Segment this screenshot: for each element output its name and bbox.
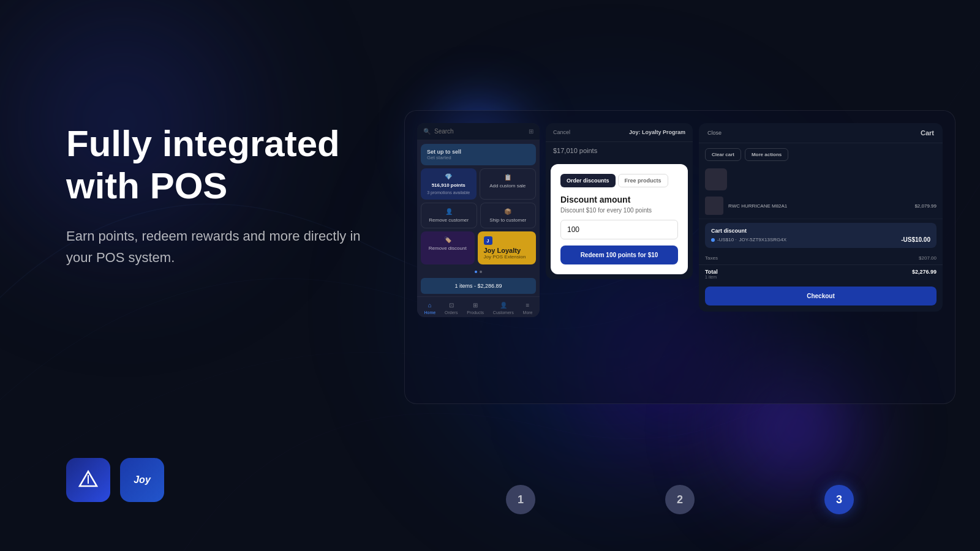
checkout-button[interactable]: Checkout [705,287,937,305]
search-input[interactable] [434,128,525,135]
ship-label: Ship to customer [489,217,526,223]
lp-title: Joy: Loyalty Program [629,129,685,135]
dot-2 [480,271,482,273]
points-row: 💎 516,910 points 3 promotions available … [421,168,536,200]
product-image [705,168,727,190]
customers-icon: 👤 [499,301,508,309]
joy-logo: Joy [120,458,164,502]
tab-free-products[interactable]: Free products [618,174,668,187]
remove-discount-icon: 🏷️ [444,236,451,243]
step-2: 2 [665,485,695,514]
cart-bar[interactable]: 1 items - $2,286.89 [421,278,536,294]
discount-title: Discount amount [560,195,678,204]
setup-sub: Get started [427,155,530,160]
clear-cart-button[interactable]: Clear cart [705,148,741,161]
total-sub: 1 item [705,275,718,279]
add-custom-label: Add custom sale [489,183,526,189]
joy-title: Joy Loyalty [484,247,530,254]
cart-item: RWC HURRICANE M82A1 $2,079.99 [699,193,943,219]
points-input[interactable] [560,220,678,239]
avada-icon [76,468,100,492]
discount-section-title: Cart discount [711,228,930,234]
cart-actions: Clear cart More actions [699,143,943,166]
sub-text: Earn points, redeem rewards and more dir… [66,225,385,268]
nav-customers[interactable]: 👤 Customers [493,301,514,315]
panel-pos: 🔍 ⊞ Set up to sell Get started 💎 516,910… [417,123,540,317]
taxes-row: Taxes $207.00 [699,252,943,264]
points-tile[interactable]: 💎 516,910 points 3 promotions available [421,168,477,200]
pos-nav: ⌂ Home ⊡ Orders ⊞ Products 👤 Customers ≡… [417,296,540,317]
step-3: 3 [824,485,854,514]
discount-dot [711,238,715,242]
points-icon: 💎 [445,173,452,180]
discount-amount: -US$10.00 [901,236,930,243]
nav-products[interactable]: ⊞ Products [467,301,484,315]
pos-tile-grid: Set up to sell Get started 💎 516,910 poi… [417,140,540,268]
discount-desc: Discount $10 for every 100 points [560,207,678,214]
cart-close[interactable]: Close [707,130,722,136]
taxes-value: $207.00 [919,255,937,261]
search-icon: 🔍 [423,128,431,135]
discount-tabs: Order discounts Free products [560,174,678,187]
ship-icon: 📦 [504,208,511,215]
remove-customer-icon: 👤 [445,208,453,215]
left-content: Fully integrated with POS Earn points, r… [66,122,385,268]
total-label-group: Total 1 item [705,269,718,279]
discount-label: -US$10 · [717,237,737,242]
nav-more[interactable]: ≡ More [523,301,533,315]
item-price: $2,079.99 [914,203,937,209]
more-actions-button[interactable]: More actions [745,148,788,161]
lp-points: $17,010 points [546,142,693,159]
home-icon: ⌂ [426,301,434,309]
dot-1 [475,271,477,273]
add-icon: 📋 [504,174,511,181]
discount-joy-row: 🏷️ Remove discount J Joy Loyalty Joy POS… [421,231,536,264]
cart-discount-section: Cart discount -US$10 · JOY-5ZT9X13SRG4X … [705,223,937,248]
add-custom-tile[interactable]: 📋 Add custom sale [480,168,537,200]
joy-logo-text: Joy [134,474,151,485]
lp-header: Cancel Joy: Loyalty Program [546,123,693,142]
ship-customer-tile[interactable]: 📦 Ship to customer [480,203,537,228]
discount-code: JOY-5ZT9X13SRG4X [739,237,787,242]
promo-label: 3 promotions available [427,190,470,195]
joy-pos-sub: Joy POS Extension [484,254,530,260]
product-row [699,166,943,193]
cancel-label[interactable]: Cancel [553,129,570,135]
step-indicators: 1 2 3 [404,485,956,514]
points-value: 516,910 points [432,182,466,188]
cart-header: Close Cart [699,123,943,143]
avada-logo [66,458,110,502]
remove-ship-row: 👤 Remove customer 📦 Ship to customer [421,203,536,228]
panel-loyalty: Cancel Joy: Loyalty Program $17,010 poin… [546,123,693,279]
redeem-button[interactable]: Redeem 100 points for $10 [560,246,678,264]
scan-icon: ⊞ [529,128,533,135]
panel-cart: Close Cart Clear cart More actions RWC H… [699,123,943,312]
main-heading: Fully integrated with POS [66,122,385,207]
more-icon: ≡ [524,301,532,309]
products-icon: ⊞ [471,301,480,309]
total-label: Total [705,269,718,275]
total-value: $2,276.99 [912,269,937,279]
taxes-label: Taxes [705,255,718,261]
remove-customer-tile[interactable]: 👤 Remove customer [421,203,477,228]
orders-icon: ⊡ [447,301,456,309]
remove-discount-tile[interactable]: 🏷️ Remove discount [421,231,475,264]
discount-badge: -US$10 · JOY-5ZT9X13SRG4X [711,237,786,242]
discount-modal: Order discounts Free products Discount a… [551,164,688,274]
remove-discount-label: Remove discount [429,246,467,251]
item-name: RWC HURRICANE M82A1 [728,203,910,209]
discount-details: -US$10 · JOY-5ZT9X13SRG4X -US$10.00 [711,236,930,243]
nav-home[interactable]: ⌂ Home [424,301,435,315]
total-row: Total 1 item $2,276.99 [699,264,943,283]
joy-tile-icon: J [484,236,492,245]
pos-search-bar: 🔍 ⊞ [417,123,540,140]
item-thumbnail [705,197,723,215]
nav-orders[interactable]: ⊡ Orders [445,301,458,315]
ui-container: 🔍 ⊞ Set up to sell Get started 💎 516,910… [404,110,956,404]
dots-indicator [417,268,540,276]
setup-tile[interactable]: Set up to sell Get started [421,144,536,165]
remove-customer-label: Remove customer [429,217,469,223]
tab-order-discounts[interactable]: Order discounts [560,174,616,187]
joy-loyalty-tile[interactable]: J Joy Loyalty Joy POS Extension [478,231,537,264]
cart-title: Cart [921,129,934,137]
